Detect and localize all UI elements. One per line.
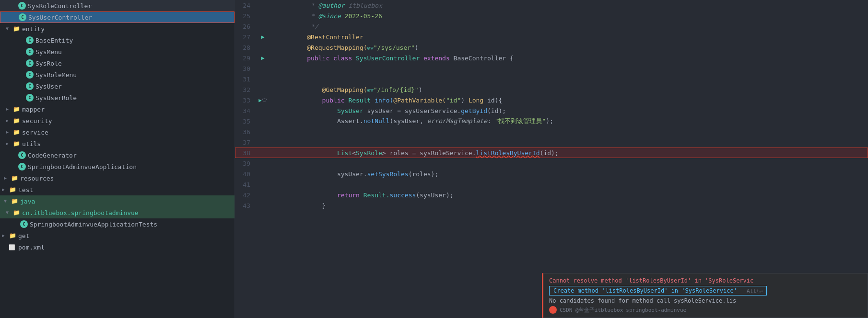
sidebar-item-resources[interactable]: 📁 resources	[0, 172, 235, 184]
line-number: 35	[235, 118, 258, 125]
line-number: 30	[235, 65, 258, 72]
no-candidates-label: No candidates found for method call sysR…	[549, 297, 736, 304]
folder-icon: 📁	[12, 105, 20, 113]
sidebar-item-pom-xml[interactable]: ⬜ pom.xml	[0, 241, 235, 253]
sidebar-item-sysusercontroller[interactable]: C SysUserController	[0, 11, 235, 23]
sidebar-item-sysuserrole[interactable]: C SysUserRole	[0, 92, 235, 103]
fix-shortcut: Alt+↵	[747, 288, 762, 294]
code-line-29: 29 ▶ public class SysUserController exte…	[235, 53, 868, 63]
sidebar-item-label: SysRoleMenu	[35, 71, 77, 79]
sidebar-item-springboottests[interactable]: C SpringbootAdminvueApplicationTests	[0, 218, 235, 230]
sidebar-item-cn-itbluebox[interactable]: 📁 cn.itbluebox.springbootadminvue	[0, 207, 235, 218]
sidebar-item-sysrole[interactable]: C SysRole	[0, 57, 235, 69]
sidebar-item-springbootapp[interactable]: C SpringbootAdminvueApplication	[0, 161, 235, 172]
arrow-icon	[6, 26, 12, 32]
line-number: 26	[235, 23, 258, 30]
folder-icon: 📁	[11, 174, 18, 182]
xml-icon: ⬜	[9, 244, 16, 250]
line-number: 28	[235, 44, 258, 51]
arrow-icon	[6, 141, 12, 147]
line-number: 41	[235, 181, 258, 188]
sidebar-item-label: SysUser	[35, 83, 62, 90]
folder-icon: 📁	[12, 140, 20, 148]
line-number: 33	[235, 97, 258, 104]
run-icon[interactable]: ▶	[258, 97, 262, 103]
class-icon: C	[26, 82, 34, 90]
sidebar-item-test[interactable]: 📁 test	[0, 184, 235, 195]
shield-gutter-icon: 🛡	[262, 98, 267, 103]
sidebar-item-java[interactable]: 📁 java	[0, 195, 235, 207]
fix-link[interactable]: Create method 'listRolesByUserId' in 'Sy…	[553, 287, 737, 294]
run-icon[interactable]: ▶	[261, 34, 264, 40]
line-number: 31	[235, 76, 258, 83]
line-number: 24	[235, 2, 258, 9]
sidebar-item-codegenerator[interactable]: C CodeGenerator	[0, 149, 235, 161]
sidebar-item-label: SysUserController	[28, 14, 92, 21]
sidebar-item-utils[interactable]: 📁 utils	[0, 138, 235, 149]
line-number: 42	[235, 192, 258, 199]
sidebar-item-get[interactable]: 📁 get	[0, 230, 235, 241]
sidebar-item-label: get	[18, 232, 29, 239]
class-icon: C	[26, 48, 34, 56]
sidebar-item-security[interactable]: 📁 security	[0, 115, 235, 126]
code-line-35: 35 Assert.notNull(sysUser, errorMsgTempl…	[235, 116, 868, 126]
sidebar-item-sysmenu[interactable]: C SysMenu	[0, 46, 235, 57]
sidebar-item-mapper[interactable]: 📁 mapper	[0, 103, 235, 115]
error-popup: Cannot resolve method 'listRolesByUserId…	[542, 273, 868, 318]
class-icon: C	[18, 2, 26, 10]
sidebar-item-label: SpringbootAdminvueApplication	[28, 163, 137, 170]
folder-icon: 📁	[9, 186, 16, 193]
sidebar-item-label: SysRoleController	[28, 2, 92, 10]
folder-icon: 📁	[12, 128, 20, 136]
run-icon[interactable]: ▶	[261, 55, 264, 61]
line-number: 25	[235, 12, 258, 20]
arrow-icon	[2, 233, 8, 238]
sidebar-item-label: SysRole	[35, 60, 62, 67]
class-icon: C	[26, 36, 34, 44]
csdn-info: CSDN @蓝盒子itbluebox springboot-adminvue	[549, 306, 862, 314]
sidebar-item-label: BaseEntity	[35, 37, 73, 44]
sidebar-item-label: service	[22, 129, 48, 136]
line-number: 34	[235, 107, 258, 114]
fix-suggestion-box[interactable]: Create method 'listRolesByUserId' in 'Sy…	[549, 286, 767, 295]
line-number: 37	[235, 139, 258, 146]
sidebar-item-label: java	[20, 198, 35, 205]
line-gutter-27: ▶	[258, 34, 268, 40]
code-line-38: 38 List<SysRole> roles = sysRoleService.…	[235, 148, 868, 158]
line-number: 39	[235, 160, 258, 167]
sidebar-item-sysuser[interactable]: C SysUser	[0, 80, 235, 92]
sidebar-item-baseentity[interactable]: C BaseEntity	[0, 34, 235, 46]
sidebar-item-service[interactable]: 📁 service	[0, 126, 235, 138]
line-number: 29	[235, 55, 258, 62]
arrow-icon	[6, 106, 12, 112]
sidebar-item-sysrolemenu[interactable]: C SysRoleMenu	[0, 69, 235, 80]
sidebar-item-label: SpringbootAdminvueApplicationTests	[30, 221, 157, 228]
line-number: 27	[235, 34, 258, 41]
file-tree: C SysRoleController C SysUserController …	[0, 0, 235, 318]
sidebar-item-label: SysUserRole	[35, 94, 77, 102]
line-number: 43	[235, 202, 258, 209]
class-icon: C	[26, 71, 34, 79]
arrow-icon	[2, 187, 8, 193]
sidebar-item-label: resources	[20, 175, 54, 182]
class-icon: C	[26, 59, 34, 67]
arrow-icon	[6, 129, 12, 135]
code-editor: 24 * @author itbluebox 25 * @since 2022-…	[235, 0, 868, 318]
class-icon: C	[18, 163, 26, 170]
error-method: listRolesByUserId	[476, 149, 540, 157]
class-icon: C	[26, 94, 34, 102]
folder-icon: 📁	[11, 197, 18, 205]
arrow-icon	[4, 198, 10, 204]
line-number: 40	[235, 170, 258, 178]
code-line-43: 43 }	[235, 200, 868, 211]
sidebar-item-sysrolecontroller[interactable]: C SysRoleController	[0, 0, 235, 11]
sidebar-item-entity[interactable]: 📁 entity	[0, 23, 235, 34]
error-text: Cannot resolve method 'listRolesByUserId…	[549, 277, 753, 284]
folder-icon: 📁	[12, 25, 20, 33]
csdn-text: CSDN @蓝盒子itbluebox	[560, 307, 623, 314]
code-line-36: 36	[235, 126, 868, 137]
code-area[interactable]: 24 * @author itbluebox 25 * @since 2022-…	[235, 0, 868, 318]
line-content-43: }	[268, 195, 868, 216]
code-line-30: 30	[235, 63, 868, 74]
arrow-icon	[6, 210, 12, 216]
